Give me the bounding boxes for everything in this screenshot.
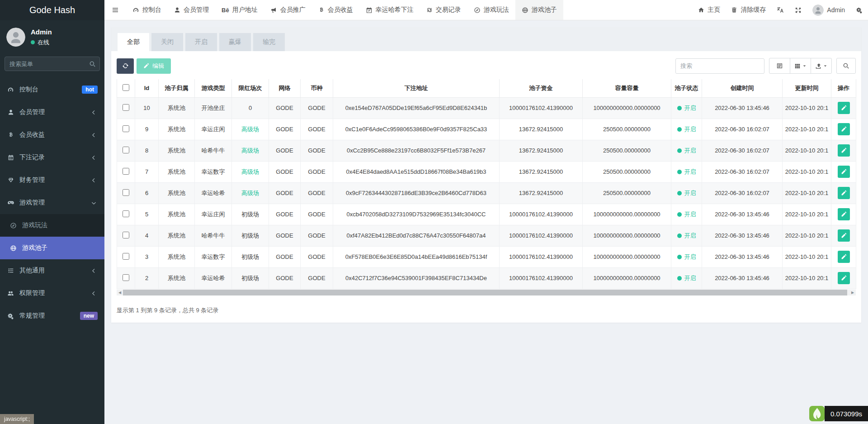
- sidebar-subitem-label: 游戏池子: [22, 244, 98, 252]
- cell-text: 系统池: [168, 232, 185, 239]
- topnav-item-1[interactable]: 控制台: [126, 0, 168, 20]
- sidebar-item-3[interactable]: 会员收益: [0, 124, 104, 146]
- tab-开启[interactable]: 开启: [185, 33, 217, 51]
- row-edit-button[interactable]: [838, 251, 850, 263]
- topbar-right-item-4[interactable]: [789, 0, 807, 20]
- topnav-item-2[interactable]: 会员管理: [168, 0, 215, 20]
- detail-view-button[interactable]: [769, 58, 790, 74]
- row-edit-button[interactable]: [838, 229, 850, 242]
- sidebar-item-2[interactable]: 会员管理: [0, 101, 104, 124]
- topnav-item-7[interactable]: 交易记录: [420, 0, 467, 20]
- row-checkbox[interactable]: [123, 274, 129, 281]
- scrollbar-thumb[interactable]: [123, 290, 847, 295]
- row-edit-button[interactable]: [838, 102, 850, 114]
- sidebar-item-4[interactable]: 下注记录: [0, 146, 104, 169]
- row-edit-button[interactable]: [838, 166, 850, 178]
- cell-status: 开启: [671, 182, 702, 204]
- tab-输完[interactable]: 输完: [253, 33, 285, 51]
- topnav-item-3[interactable]: Bē用户地址: [215, 0, 264, 20]
- cell-text: 系统池: [168, 168, 185, 175]
- topbar-right-item-2[interactable]: 清除缓存: [726, 0, 771, 20]
- row-checkbox[interactable]: [123, 189, 129, 196]
- topbar-right-label: 清除缓存: [741, 6, 766, 14]
- sidebar-item-5[interactable]: 财务管理: [0, 169, 104, 191]
- row-checkbox[interactable]: [123, 253, 129, 260]
- scroll-right-arrow[interactable]: ▶: [849, 290, 856, 295]
- cell-checkbox[interactable]: [117, 182, 135, 204]
- export-button[interactable]: [811, 58, 832, 74]
- topbar-right-item-3[interactable]: [771, 0, 789, 20]
- column-header-label: 容量容量: [615, 85, 639, 91]
- topnav-item-label: 幸运哈希下注: [376, 6, 414, 14]
- select-all-checkbox[interactable]: [123, 84, 129, 91]
- topnav-item-8[interactable]: 游戏玩法: [467, 0, 515, 20]
- cell-capacity: 100000000000.00000000: [583, 225, 671, 246]
- cell-checkbox[interactable]: [117, 161, 135, 182]
- cell-action: [831, 225, 856, 246]
- cell-checkbox[interactable]: [117, 119, 135, 140]
- cell-checkbox[interactable]: [117, 204, 135, 225]
- topnav-item-4[interactable]: 会员推广: [264, 0, 312, 20]
- cell-checkbox[interactable]: [117, 267, 135, 289]
- cell-checkbox[interactable]: [117, 225, 135, 246]
- topbar-right-item-5[interactable]: Admin: [807, 0, 850, 20]
- edit-button[interactable]: 编辑: [137, 58, 171, 74]
- caret-down-icon: [802, 64, 807, 68]
- topbar-right-item-6[interactable]: [850, 0, 868, 20]
- sidebar-subitem-label: 游戏玩法: [22, 221, 98, 229]
- column-header-checkbox[interactable]: [117, 79, 135, 97]
- row-edit-button[interactable]: [838, 144, 850, 157]
- row-checkbox[interactable]: [123, 104, 129, 111]
- cell-address: 0xCc2B95Ce888e23197cc6B8032F5Ff1e573B7e2…: [333, 140, 500, 161]
- row-edit-button[interactable]: [838, 272, 850, 284]
- hamburger-menu-icon[interactable]: [104, 0, 126, 20]
- tab-关闭[interactable]: 关闭: [151, 33, 183, 51]
- search-icon: [89, 61, 96, 67]
- sidebar-item-8[interactable]: 权限管理: [0, 282, 104, 305]
- user-icon: [174, 7, 180, 13]
- cell-limit: 初级场: [232, 246, 269, 267]
- row-edit-button[interactable]: [838, 208, 850, 220]
- tab-全部[interactable]: 全部: [118, 33, 149, 51]
- cell-address: 0x4E4E84daed8AA1e515ddD18667f08Be34Ba619…: [333, 161, 500, 182]
- gauge-icon: [132, 7, 139, 14]
- row-checkbox[interactable]: [123, 168, 129, 175]
- scroll-left-arrow[interactable]: ◀: [117, 290, 123, 295]
- topnav-item-6[interactable]: 幸运哈希下注: [359, 0, 420, 20]
- cell-text: 9: [145, 126, 148, 133]
- topnav-item-5[interactable]: 会员收益: [312, 0, 359, 20]
- row-edit-button[interactable]: [838, 123, 850, 135]
- table-search-input[interactable]: [675, 58, 764, 74]
- sidebar-submenu: 游戏玩法游戏池子: [0, 214, 104, 259]
- tab-赢爆[interactable]: 赢爆: [219, 33, 251, 51]
- cell-checkbox[interactable]: [117, 97, 135, 119]
- refresh-button[interactable]: [117, 58, 134, 74]
- cell-id: 5: [135, 204, 159, 225]
- cell-text: 0xCc2B95Ce888e23197cc6B8032F5Ff1e573B7e2…: [347, 147, 486, 154]
- cell-type: 幸运哈希: [195, 182, 232, 204]
- topbar-right-item-1[interactable]: 主页: [693, 0, 726, 20]
- row-checkbox[interactable]: [123, 210, 129, 217]
- cell-checkbox[interactable]: [117, 140, 135, 161]
- sidebar-subitem-游戏池子[interactable]: 游戏池子: [0, 237, 104, 259]
- row-edit-button[interactable]: [838, 187, 850, 199]
- cell-status: 开启: [671, 267, 702, 289]
- sidebar-item-1[interactable]: 控制台hot: [0, 78, 104, 101]
- topnav-item-9[interactable]: 游戏池子: [515, 0, 563, 20]
- sidebar-item-7[interactable]: 其他通用: [0, 259, 104, 282]
- cell-text: 2022-10-10 20:1: [785, 275, 828, 281]
- column-header-status: 池子状态: [671, 79, 702, 97]
- cell-id: 2: [135, 267, 159, 289]
- row-checkbox[interactable]: [123, 125, 129, 132]
- row-checkbox[interactable]: [123, 147, 129, 153]
- sidebar-item-9[interactable]: 常规管理new: [0, 305, 104, 327]
- cell-action: [831, 97, 856, 119]
- columns-button[interactable]: [790, 58, 811, 74]
- sidebar-item-6[interactable]: 游戏管理: [0, 191, 104, 214]
- status-dot-icon: [677, 276, 682, 281]
- sidebar-search-input[interactable]: [9, 61, 89, 67]
- sidebar-subitem-游戏玩法[interactable]: 游戏玩法: [0, 214, 104, 237]
- row-checkbox[interactable]: [123, 232, 129, 238]
- search-submit-button[interactable]: [836, 58, 856, 74]
- cell-checkbox[interactable]: [117, 246, 135, 267]
